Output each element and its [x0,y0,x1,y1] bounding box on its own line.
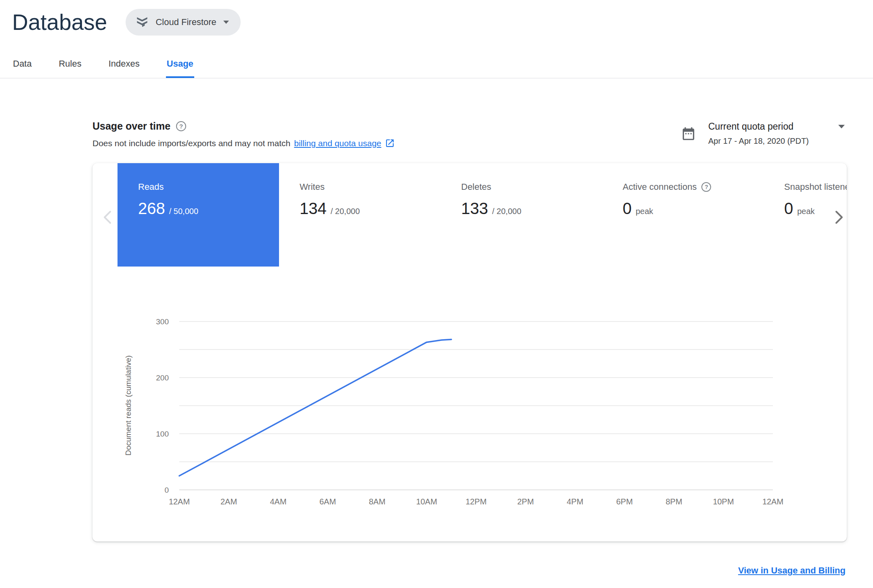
y-tick-label: 300 [156,317,169,326]
y-tick-label: 0 [164,486,169,494]
tab-rules[interactable]: Rules [58,58,82,78]
chevron-down-icon [223,19,229,25]
metric-quota: / 50,000 [169,207,198,216]
x-tick-label: 6PM [616,497,633,506]
usage-subtitle-text: Does not include imports/exports and may… [92,139,290,148]
usage-section-header: Usage over time ? Does not include impor… [92,120,395,148]
x-tick-label: 2PM [517,497,534,506]
metric-tiles: Reads 268 / 50,000 Writes 134 / 20,000 D… [118,163,847,267]
external-link-icon[interactable] [385,138,395,148]
product-selector[interactable]: Cloud Firestore [126,9,240,36]
calendar-icon [681,126,696,146]
x-tick-label: 12AM [762,497,783,506]
metric-label: Reads [138,182,164,192]
metric-label: Writes [300,182,325,192]
help-icon[interactable]: ? [701,182,711,192]
x-tick-label: 6AM [319,497,336,506]
page-header: Database Cloud Firestore [12,9,241,36]
usage-line-series [179,340,451,476]
x-tick-label: 4PM [567,497,583,506]
x-tick-label: 12AM [169,497,190,506]
y-tick-label: 200 [156,374,169,382]
quota-caret-icon [838,123,845,130]
metric-label: Deletes [461,182,491,192]
y-axis-title: Document reads (cumulative) [124,355,132,456]
metric-tile-reads[interactable]: Reads 268 / 50,000 [118,163,279,267]
metric-value: 0 [623,200,632,218]
carousel-next-button[interactable] [831,208,847,226]
view-usage-billing-link[interactable]: View in Usage and Billing [738,565,846,576]
page-title: Database [12,9,107,35]
billing-quota-usage-link[interactable]: billing and quota usage [294,139,381,148]
quota-period-label: Current quota period [708,121,793,132]
metric-tile-writes[interactable]: Writes 134 / 20,000 [279,163,441,267]
usage-card: 010020030012AM2AM4AM6AM8AM10AM12PM2PM4PM… [92,163,847,542]
x-tick-label: 10AM [416,497,437,506]
metric-peak-label: peak [797,207,814,216]
tab-usage[interactable]: Usage [166,58,194,78]
metric-quota: / 20,000 [331,207,360,216]
x-tick-label: 4AM [270,497,286,506]
x-tick-label: 12PM [466,497,487,506]
tab-bar: Data Rules Indexes Usage [0,58,873,78]
x-tick-label: 8PM [665,497,682,506]
metric-value: 0 [784,200,793,218]
metric-value: 134 [300,200,327,218]
metric-quota: / 20,000 [492,207,521,216]
x-tick-label: 10PM [713,497,734,506]
metric-tile-deletes[interactable]: Deletes 133 / 20,000 [441,163,602,267]
metric-peak-label: peak [636,207,653,216]
metric-label: Active connections [623,182,697,192]
tab-indexes[interactable]: Indexes [108,58,141,78]
usage-over-time-title: Usage over time [92,120,170,132]
metric-value: 268 [138,200,165,218]
quota-period-range: Apr 17 - Apr 18, 2020 (PDT) [708,136,845,146]
carousel-prev-button[interactable] [100,208,116,226]
y-tick-label: 100 [156,430,169,438]
metric-tile-active-connections[interactable]: Active connections ? 0 peak [602,163,764,267]
metric-value: 133 [461,200,488,218]
product-selector-label: Cloud Firestore [155,17,216,27]
help-icon[interactable]: ? [176,121,186,131]
firestore-icon [135,15,149,30]
metric-label: Snapshot listeners [784,182,847,192]
quota-period-selector[interactable]: Current quota period Apr 17 - Apr 18, 20… [681,121,845,146]
tab-data[interactable]: Data [12,58,32,78]
x-tick-label: 2AM [220,497,237,506]
x-tick-label: 8AM [369,497,385,506]
